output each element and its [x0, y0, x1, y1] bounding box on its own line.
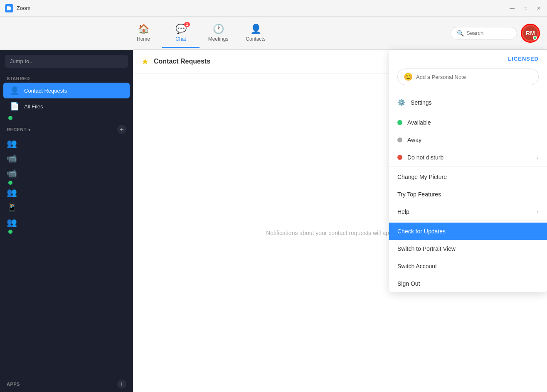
- status-dot-1: [8, 116, 12, 120]
- video2-icon: 📹: [7, 168, 17, 178]
- content-title: Contact Requests: [154, 58, 210, 65]
- sidebar: Jump to... STARRED 👤 Contact Requests 📄 …: [0, 50, 133, 392]
- home-icon: 🏠: [138, 24, 149, 34]
- app-title: Zoom: [17, 5, 30, 11]
- recent-header: RECENT ▾ +: [0, 122, 133, 136]
- profile-dropdown: LICENSED 😊 ⚙️ Settings Available Away: [389, 50, 547, 292]
- chat-icon: 💬 1: [175, 24, 187, 34]
- recent-item-video1[interactable]: 📹: [0, 151, 133, 166]
- change-picture-item[interactable]: Change My Picture: [389, 168, 547, 186]
- nav-right: 🔍 RM: [451, 25, 539, 42]
- video1-icon: 📹: [7, 153, 17, 163]
- add-app-button[interactable]: +: [117, 380, 126, 389]
- star-icon: ★: [141, 56, 149, 66]
- nav-bar: 🏠 Home 💬 1 Chat 🕐 Meetings 👤 Contacts 🔍 …: [0, 17, 547, 50]
- personal-note-input-wrap[interactable]: 😊: [397, 69, 539, 85]
- dnd-chevron: ›: [537, 154, 539, 161]
- avatar-button[interactable]: RM: [522, 25, 539, 42]
- available-item[interactable]: Available: [389, 114, 547, 131]
- away-label: Away: [407, 137, 421, 143]
- title-bar-left: Zoom: [5, 4, 30, 12]
- chevron-down-icon: ▾: [28, 127, 31, 132]
- tablet-icon: 📱: [7, 202, 17, 212]
- group3-icon: 👥: [7, 217, 17, 227]
- help-chevron: ›: [537, 208, 539, 215]
- settings-icon: ⚙️: [397, 98, 406, 106]
- tab-home-label: Home: [137, 36, 150, 42]
- status-dot-3: [8, 230, 12, 234]
- search-icon: 🔍: [457, 30, 464, 37]
- search-box[interactable]: 🔍: [451, 27, 517, 39]
- tab-meetings[interactable]: 🕐 Meetings: [200, 19, 237, 48]
- recent-item-video2[interactable]: 📹: [0, 166, 133, 181]
- status-dot-2: [8, 181, 12, 185]
- all-files-icon: 📄: [10, 102, 19, 111]
- nav-tabs: 🏠 Home 💬 1 Chat 🕐 Meetings 👤 Contacts: [125, 19, 274, 48]
- sign-out-item[interactable]: Sign Out: [389, 275, 547, 292]
- title-bar: Zoom — □ ✕: [0, 0, 547, 17]
- tab-contacts[interactable]: 👤 Contacts: [237, 19, 274, 48]
- close-button[interactable]: ✕: [535, 5, 542, 11]
- apps-section: APPS +: [0, 376, 133, 392]
- apps-label: APPS: [7, 382, 20, 387]
- recent-item-group2[interactable]: 👥: [0, 185, 133, 200]
- dnd-label: Do not disturb: [407, 154, 444, 161]
- portrait-view-label: Switch to Portrait View: [397, 245, 456, 252]
- check-updates-item[interactable]: Check for Updates: [389, 223, 547, 240]
- personal-note-input[interactable]: [416, 74, 532, 80]
- add-recent-button[interactable]: +: [117, 125, 126, 134]
- help-item[interactable]: Help ›: [389, 203, 547, 220]
- jump-to-input[interactable]: Jump to...: [5, 55, 128, 68]
- tab-chat-label: Chat: [175, 36, 186, 42]
- divider-3: [389, 166, 547, 167]
- portrait-view-item[interactable]: Switch to Portrait View: [389, 240, 547, 257]
- settings-label: Settings: [411, 99, 432, 106]
- starred-section-label: STARRED: [0, 73, 133, 83]
- chat-badge: 1: [184, 22, 190, 27]
- group2-icon: 👥: [7, 187, 17, 197]
- available-label: Available: [407, 119, 431, 126]
- help-label: Help: [397, 208, 409, 215]
- contact-requests-icon: 👤: [10, 86, 19, 95]
- divider-1: [389, 91, 547, 91]
- divider-2: [389, 112, 547, 112]
- divider-4: [389, 220, 547, 221]
- change-picture-label: Change My Picture: [397, 174, 447, 180]
- recent-item-group3[interactable]: 👥: [0, 215, 133, 230]
- zoom-logo: [5, 4, 13, 12]
- dnd-item[interactable]: Do not disturb ›: [389, 149, 547, 166]
- tab-contacts-label: Contacts: [246, 36, 265, 42]
- away-item[interactable]: Away: [389, 131, 547, 149]
- online-indicator: [533, 36, 537, 40]
- minimize-button[interactable]: —: [509, 5, 515, 11]
- group1-icon: 👥: [7, 138, 17, 148]
- away-dot: [397, 137, 402, 142]
- window-controls: — □ ✕: [509, 5, 542, 11]
- contacts-icon: 👤: [250, 24, 261, 34]
- tab-chat[interactable]: 💬 1 Chat: [162, 19, 200, 48]
- sidebar-item-all-files[interactable]: 📄 All Files: [3, 98, 130, 114]
- sidebar-item-contact-requests[interactable]: 👤 Contact Requests: [3, 83, 130, 98]
- try-features-item[interactable]: Try Top Features: [389, 186, 547, 203]
- tab-meetings-label: Meetings: [208, 36, 229, 42]
- search-input[interactable]: [466, 30, 512, 36]
- recent-label: RECENT ▾: [7, 127, 31, 132]
- try-features-label: Try Top Features: [397, 191, 441, 198]
- switch-account-label: Switch Account: [397, 263, 437, 270]
- settings-item[interactable]: ⚙️ Settings: [389, 93, 547, 112]
- personal-note-row: 😊: [389, 65, 547, 91]
- meetings-icon: 🕐: [213, 24, 224, 34]
- sign-out-label: Sign Out: [397, 280, 420, 287]
- tab-home[interactable]: 🏠 Home: [125, 19, 162, 48]
- emoji-icon[interactable]: 😊: [404, 72, 413, 81]
- main-layout: Jump to... STARRED 👤 Contact Requests 📄 …: [0, 50, 547, 392]
- maximize-button[interactable]: □: [522, 5, 529, 11]
- recent-item-tablet[interactable]: 📱: [0, 200, 133, 215]
- content-area: ★ Contact Requests Notifications about y…: [133, 50, 547, 392]
- dnd-dot: [397, 155, 402, 160]
- recent-item-group1[interactable]: 👥: [0, 136, 133, 151]
- switch-account-item[interactable]: Switch Account: [389, 257, 547, 275]
- sidebar-item-all-files-label: All Files: [24, 103, 43, 110]
- avatar-initials: RM: [526, 30, 535, 37]
- sidebar-item-contact-requests-label: Contact Requests: [24, 88, 67, 94]
